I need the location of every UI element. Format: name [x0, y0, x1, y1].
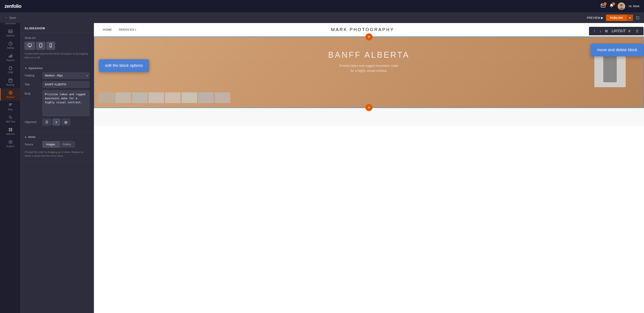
- source-label: Source: [24, 143, 40, 146]
- sidebar-item-website[interactable]: Website: [0, 88, 20, 100]
- alignment-label: Alignment: [24, 120, 40, 124]
- blog-label: Blog: [8, 108, 12, 111]
- title-input[interactable]: [42, 82, 90, 88]
- appearance-header[interactable]: ▼ Appearance: [24, 66, 90, 70]
- support-label: Support: [6, 145, 14, 148]
- show-on-toggles: [24, 42, 90, 50]
- website-label: Website: [6, 96, 14, 98]
- media-arrow: ▼: [24, 136, 27, 138]
- media-header[interactable]: ▼ Media: [24, 136, 90, 138]
- source-buttons: Images Gallery: [42, 141, 75, 148]
- show-on-label: Show On: [24, 36, 90, 40]
- seo-icon: [8, 115, 13, 120]
- slideshow-panel: SLIDESHOW Show On Control which devices …: [20, 23, 94, 156]
- thumbnail-5[interactable]: [165, 92, 181, 103]
- alignment-row: Alignment ☰ ≡ ▤: [24, 119, 90, 126]
- sidebar-item-selling[interactable]: Selling: [0, 39, 20, 52]
- thumbnail-1[interactable]: [99, 92, 114, 103]
- svg-rect-23: [9, 128, 10, 130]
- slideshow-block: + ↑ ↓ ⧉ LAYOUT C 🗑 BANFF ALBERTA Pristin…: [94, 36, 322, 108]
- source-gallery-button[interactable]: Gallery: [59, 141, 75, 148]
- below-section: [94, 108, 322, 126]
- tablet-toggle[interactable]: [36, 42, 45, 50]
- addons-icon: [8, 128, 13, 132]
- sidebar-item-crm[interactable]: CRM: [0, 64, 20, 76]
- thumbnail-3[interactable]: [132, 92, 148, 103]
- back-arrow-icon: ←: [4, 16, 8, 20]
- media-section: ▼ Media Source Images Gallery Change the…: [20, 132, 94, 156]
- reports-label: Reports: [6, 59, 14, 62]
- svg-point-29: [9, 140, 12, 144]
- back-button[interactable]: ← Back: [4, 16, 16, 20]
- body-label: Body: [24, 92, 40, 95]
- sidebar-item-addons[interactable]: Add-Ons: [0, 125, 20, 138]
- align-left-button[interactable]: ☰: [42, 119, 51, 126]
- desktop-toggle[interactable]: [24, 42, 35, 50]
- svg-line-22: [11, 118, 12, 119]
- svg-rect-14: [10, 55, 11, 58]
- galleries-icon: [8, 29, 13, 34]
- zenfolio-logo[interactable]: zenfolio: [4, 3, 21, 9]
- svg-rect-10: [8, 30, 12, 33]
- svg-point-37: [50, 46, 51, 47]
- title-label: Title: [24, 83, 40, 86]
- source-row: Source Images Gallery: [24, 141, 90, 148]
- support-icon: [8, 140, 13, 144]
- svg-rect-15: [12, 54, 12, 58]
- sidebar-item-support[interactable]: Support: [0, 138, 20, 150]
- panel-title: SLIDESHOW: [20, 23, 94, 33]
- main-content: HOME SERVICES MARK PHOTOGRAPHY CONTACT M…: [94, 23, 322, 156]
- sidebar-item-booking[interactable]: Booking: [0, 76, 20, 88]
- crm-label: CRM: [8, 71, 13, 74]
- svg-point-30: [10, 142, 11, 143]
- body-textarea[interactable]: Pristine lakes and rugged mountains make…: [42, 90, 90, 116]
- svg-rect-13: [9, 56, 10, 58]
- svg-rect-31: [28, 44, 32, 46]
- appearance-label: Appearance: [28, 66, 43, 70]
- blog-icon: [8, 103, 13, 107]
- selling-label: Selling: [7, 47, 14, 49]
- thumbnail-4[interactable]: [148, 92, 164, 103]
- sidebar-item-galleries[interactable]: Galleries: [0, 27, 20, 39]
- website-icon: [8, 90, 13, 95]
- align-right-button[interactable]: ▤: [62, 119, 70, 126]
- nav-services[interactable]: SERVICES: [119, 28, 136, 31]
- thumbnail-2[interactable]: [116, 92, 131, 103]
- thumbnail-8[interactable]: [215, 92, 230, 103]
- left-sidebar: Dashboard Galleries Selling Reports CRM …: [0, 12, 20, 156]
- svg-rect-16: [9, 79, 12, 82]
- svg-point-35: [40, 46, 41, 47]
- svg-rect-24: [10, 128, 12, 130]
- seo-label: SEO Tool: [6, 120, 15, 123]
- selling-icon: [8, 41, 13, 46]
- appearance-arrow: ▼: [24, 67, 27, 70]
- sidebar-item-blog[interactable]: Blog: [0, 100, 20, 113]
- thumbnail-7[interactable]: [198, 92, 214, 103]
- svg-point-21: [9, 116, 11, 118]
- sidebar-item-reports[interactable]: Reports: [0, 52, 20, 64]
- show-on-hint: Control which devices this block will ap…: [24, 52, 90, 59]
- thumbnail-6[interactable]: [182, 92, 197, 103]
- top-bar: zenfolio 1 1 Hi, Mark: [0, 0, 322, 12]
- mobile-toggle[interactable]: [46, 42, 55, 50]
- sidebar-item-seo[interactable]: SEO Tool: [0, 113, 20, 125]
- tablet-icon: [39, 43, 42, 48]
- secondary-bar: ← Back PREVIEW ▶ PUBLISH ▾ ⊡: [0, 12, 322, 23]
- nav-left: HOME SERVICES: [103, 28, 136, 31]
- desktop-icon: [28, 44, 32, 47]
- galleries-label: Galleries: [6, 34, 15, 37]
- nav-home[interactable]: HOME: [103, 28, 112, 31]
- thumbnail-row: [94, 92, 322, 103]
- media-label: Media: [28, 136, 36, 138]
- padding-label: Padding: [24, 74, 40, 77]
- align-center-button[interactable]: ≡: [52, 119, 60, 126]
- source-images-button[interactable]: Images: [42, 141, 59, 148]
- appearance-section: ▼ Appearance Padding None - 0px Small - …: [20, 63, 94, 132]
- addons-label: Add-Ons: [6, 133, 15, 135]
- show-on-section: Show On Control which devices this block…: [20, 33, 94, 63]
- mobile-icon: [50, 43, 52, 48]
- title-row: Title: [24, 82, 90, 88]
- website-preview: HOME SERVICES MARK PHOTOGRAPHY CONTACT M…: [94, 23, 322, 156]
- padding-select[interactable]: None - 0px Small - 20px Medium - 40px La…: [42, 72, 90, 79]
- drag-hint: Change the order by dragging up or down.…: [24, 150, 90, 156]
